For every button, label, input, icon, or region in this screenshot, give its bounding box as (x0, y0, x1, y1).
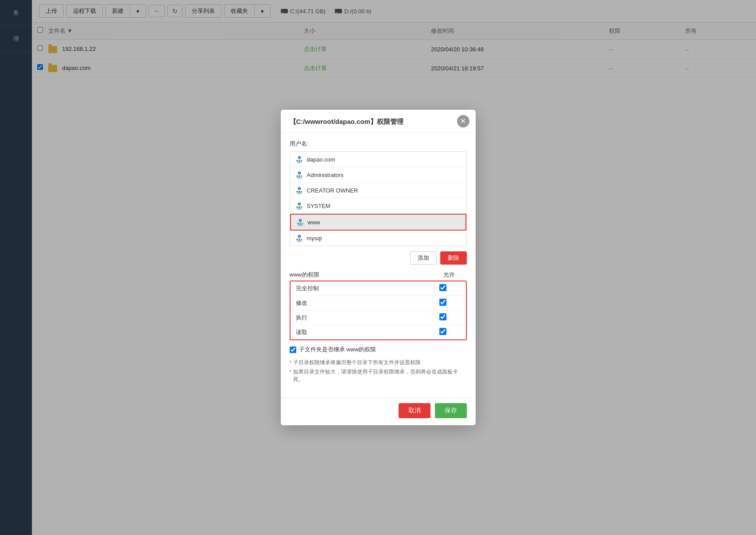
add-user-button[interactable]: 添加 (410, 251, 437, 265)
user-avatar-icon (296, 218, 304, 226)
user-name: SYSTEM (307, 203, 330, 209)
svg-point-30 (296, 239, 298, 240)
user-list-item[interactable]: Administrators (290, 167, 466, 183)
perm-row: 读取 (291, 325, 466, 339)
perm-row: 完全控制 (291, 281, 466, 296)
perm-checkbox-0[interactable] (439, 284, 446, 291)
svg-point-8 (297, 161, 302, 163)
perm-section-label: www的权限 (290, 271, 431, 279)
user-avatar-icon (295, 171, 303, 179)
note-text: 如果目录文件较大，请谨慎使用子目录权限继承，否则将会造成面板卡死。 (293, 368, 467, 383)
perm-check (425, 313, 461, 322)
notes-section: •子目录权限继承将遍历整个目录下所有文件并设置权限•如果目录文件较大，请谨慎使用… (290, 359, 467, 383)
dialog-overlay: 【C:/wwwroot/dapao.com】权限管理 ✕ 用户名: dapao.… (0, 0, 756, 535)
svg-point-27 (302, 223, 303, 224)
cancel-button[interactable]: 取消 (399, 403, 430, 418)
perm-name: 执行 (296, 314, 425, 322)
user-name: mysql (307, 235, 322, 242)
svg-point-9 (298, 172, 301, 175)
user-list-item[interactable]: CREATOR OWNER (290, 183, 466, 198)
svg-point-4 (298, 156, 301, 159)
perm-row: 执行 (291, 311, 466, 325)
user-name: dapao.com (307, 156, 335, 163)
svg-point-25 (297, 223, 299, 224)
svg-point-29 (298, 235, 301, 238)
user-list-item[interactable]: mysql (290, 231, 466, 246)
svg-point-33 (297, 240, 302, 242)
delete-user-button[interactable]: 删除 (440, 251, 467, 265)
note-item: •如果目录文件较大，请谨慎使用子目录权限继承，否则将会造成面板卡死。 (290, 368, 467, 383)
inherit-row: 子文件夹是否继承 www的权限 (290, 346, 467, 354)
perm-check (425, 299, 461, 308)
user-list-item[interactable]: SYSTEM (290, 198, 466, 214)
user-list: dapao.com Administrators CREATOR OWNER S… (290, 151, 467, 246)
perm-name: 读取 (296, 328, 425, 336)
perm-check (425, 284, 461, 293)
user-avatar-icon (295, 234, 303, 242)
perm-name: 修改 (296, 299, 425, 307)
svg-point-19 (298, 203, 301, 206)
user-name: CREATOR OWNER (307, 187, 358, 194)
inherit-checkbox[interactable] (290, 346, 296, 353)
svg-point-17 (301, 191, 302, 192)
note-bullet: • (290, 368, 291, 383)
dialog-title: 【C:/wwwroot/dapao.com】权限管理 (281, 110, 476, 133)
user-name: www (308, 219, 320, 226)
save-button[interactable]: 保存 (435, 403, 467, 418)
svg-point-15 (296, 191, 298, 192)
user-name: Administrators (307, 172, 344, 178)
note-bullet: • (290, 359, 291, 366)
user-avatar-icon (295, 155, 303, 163)
dialog-body: 用户名: dapao.com Administrators (281, 133, 476, 397)
user-avatar-icon (295, 202, 303, 210)
svg-point-20 (296, 206, 298, 208)
svg-point-32 (301, 239, 302, 240)
user-list-item[interactable]: dapao.com (290, 152, 466, 167)
svg-point-23 (297, 208, 302, 210)
svg-point-7 (301, 160, 302, 162)
user-avatar-icon (295, 186, 303, 194)
svg-point-14 (298, 187, 301, 190)
note-text: 子目录权限继承将遍历整个目录下所有文件并设置权限 (293, 359, 421, 366)
perm-header: www的权限 允许 (290, 271, 467, 279)
permission-dialog: 【C:/wwwroot/dapao.com】权限管理 ✕ 用户名: dapao.… (281, 110, 476, 425)
perm-checkbox-3[interactable] (439, 328, 446, 335)
perm-table: 完全控制 修改 执行 读取 (290, 281, 467, 340)
dialog-footer: 取消 保存 (281, 397, 476, 425)
perm-checkbox-1[interactable] (439, 299, 446, 306)
inherit-label[interactable]: 子文件夹是否继承 www的权限 (299, 346, 376, 354)
svg-point-13 (297, 177, 302, 179)
perm-col-header: 允许 (431, 271, 467, 279)
svg-point-5 (296, 160, 298, 162)
perm-row: 修改 (291, 296, 466, 311)
svg-point-22 (301, 206, 302, 208)
username-label: 用户名: (290, 140, 467, 148)
perm-checkbox-2[interactable] (439, 313, 446, 320)
dialog-close-button[interactable]: ✕ (457, 115, 469, 127)
svg-point-10 (296, 175, 298, 177)
perm-name: 完全控制 (296, 285, 425, 293)
perm-check (425, 328, 461, 337)
svg-point-12 (301, 175, 302, 177)
svg-point-24 (299, 219, 302, 222)
note-item: •子目录权限继承将遍历整个目录下所有文件并设置权限 (290, 359, 467, 366)
action-row: 添加 删除 (290, 251, 467, 265)
svg-point-18 (297, 192, 302, 194)
user-list-item[interactable]: www (290, 214, 466, 231)
perm-section: www的权限 允许 完全控制 修改 执行 读取 (290, 271, 467, 340)
svg-point-28 (298, 224, 303, 226)
